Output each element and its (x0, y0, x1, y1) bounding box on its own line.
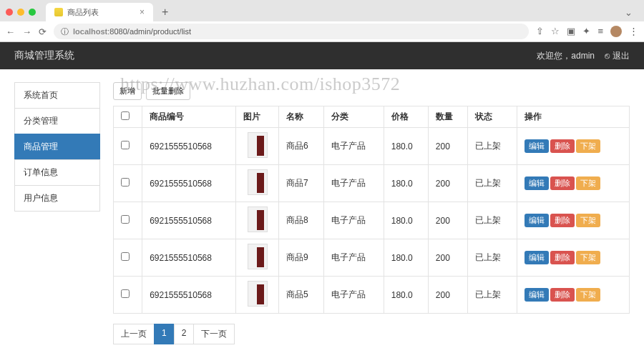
cell: 电子产品 (323, 277, 384, 314)
edit-button[interactable]: 编辑 (525, 251, 549, 264)
menu-icon[interactable]: ⋮ (629, 26, 638, 37)
row-checkbox[interactable] (121, 141, 130, 149)
col-header-8: 操作 (517, 106, 629, 128)
cell: 商品8 (278, 202, 323, 239)
product-table: 商品编号图片名称分类价格数量状态操作 6921555510568商品6电子产品1… (113, 106, 630, 314)
sidebar-item-4[interactable]: 用户信息 (14, 185, 100, 212)
cell: 6921555510568 (142, 239, 236, 277)
logout-button[interactable]: ⎋ 退出 (605, 50, 630, 62)
product-thumbnail (248, 281, 268, 307)
off_shelf-button[interactable]: 下架 (576, 288, 600, 302)
minimize-window-icon[interactable] (17, 9, 24, 16)
new-tab-button[interactable]: + (157, 6, 172, 19)
browser-chrome: 商品列表 × + ⌄ ← → ⟳ ⓘ localhost:8080/admin/… (0, 0, 644, 42)
edit-button[interactable]: 编辑 (525, 139, 549, 153)
cell: 编辑删除下架 (517, 202, 629, 239)
row-checkbox[interactable] (121, 215, 130, 224)
product-thumbnail (248, 244, 268, 269)
cell (114, 277, 142, 314)
forward-icon[interactable]: → (22, 26, 31, 37)
cell: 电子产品 (323, 239, 384, 277)
page-1-button[interactable]: 1 (154, 324, 175, 344)
cell: 已上架 (467, 128, 517, 165)
cell (236, 202, 279, 239)
cell: 6921555510568 (142, 128, 236, 165)
tab-close-icon[interactable]: × (140, 7, 145, 17)
add-button[interactable]: 新增 (113, 82, 142, 100)
profile-avatar[interactable] (610, 26, 622, 37)
reload-icon[interactable]: ⟳ (39, 26, 47, 37)
cell: 200 (428, 202, 467, 239)
cell (114, 128, 142, 165)
edit-button[interactable]: 编辑 (525, 214, 549, 227)
table-row: 6921555510568商品9电子产品180.0200已上架编辑删除下架 (114, 239, 630, 277)
welcome-text: 欢迎您，admin (537, 50, 595, 62)
close-window-icon[interactable] (6, 9, 13, 16)
off_shelf-button[interactable]: 下架 (576, 214, 600, 227)
cell: 已上架 (467, 165, 517, 202)
url-input[interactable]: ⓘ localhost:8080/admin/product/list (54, 24, 529, 39)
share-icon[interactable]: ⇧ (536, 26, 544, 37)
off_shelf-button[interactable]: 下架 (576, 139, 600, 153)
off_shelf-button[interactable]: 下架 (576, 176, 600, 190)
cell: 200 (428, 165, 467, 202)
cell: 已上架 (467, 239, 517, 277)
edit-button[interactable]: 编辑 (525, 288, 549, 302)
cell (236, 239, 279, 277)
next-page-button[interactable]: 下一页 (193, 324, 235, 344)
off_shelf-button[interactable]: 下架 (576, 251, 600, 264)
product-thumbnail (248, 207, 268, 232)
select-all-checkbox[interactable] (121, 111, 130, 120)
cell: 商品5 (278, 277, 323, 314)
cell: 商品9 (278, 239, 323, 277)
table-row: 6921555510568商品8电子产品180.0200已上架编辑删除下架 (114, 202, 630, 239)
page-2-button[interactable]: 2 (174, 324, 195, 344)
row-checkbox[interactable] (121, 289, 130, 298)
cell: 电子产品 (323, 165, 384, 202)
cell (236, 277, 279, 314)
back-icon[interactable]: ← (6, 26, 15, 37)
cell: 200 (428, 128, 467, 165)
box-icon[interactable]: ▣ (567, 26, 575, 37)
list-icon[interactable]: ≡ (597, 26, 603, 37)
chevron-down-icon[interactable]: ⌄ (625, 7, 638, 18)
cell: 电子产品 (323, 128, 384, 165)
row-checkbox[interactable] (121, 252, 130, 261)
cell: 商品6 (278, 128, 323, 165)
row-checkbox[interactable] (121, 178, 130, 187)
sidebar-item-1[interactable]: 分类管理 (14, 108, 100, 134)
window-controls (6, 9, 36, 16)
delete-button[interactable]: 删除 (550, 251, 575, 264)
extensions-icon[interactable]: ✦ (582, 26, 590, 37)
cell: 编辑删除下架 (517, 128, 629, 165)
maximize-window-icon[interactable] (29, 9, 36, 16)
col-header-2: 图片 (236, 106, 279, 128)
cell (114, 165, 142, 202)
cell: 180.0 (384, 202, 428, 239)
cell: 编辑删除下架 (517, 277, 629, 314)
star-icon[interactable]: ☆ (551, 26, 560, 37)
col-header-0 (114, 106, 142, 128)
prev-page-button[interactable]: 上一页 (113, 324, 155, 344)
sidebar-item-0[interactable]: 系统首页 (14, 82, 100, 108)
delete-button[interactable]: 删除 (550, 176, 575, 190)
col-header-1: 商品编号 (142, 106, 236, 128)
app-header: 商城管理系统 欢迎您，admin ⎋ 退出 (0, 42, 644, 69)
cell (236, 165, 279, 202)
cell: 编辑删除下架 (517, 165, 629, 202)
browser-tab[interactable]: 商品列表 × (46, 3, 153, 21)
cell: 200 (428, 277, 467, 314)
col-header-4: 分类 (323, 106, 384, 128)
delete-button[interactable]: 删除 (550, 288, 575, 302)
edit-button[interactable]: 编辑 (525, 176, 549, 190)
cell: 180.0 (384, 165, 428, 202)
sidebar-item-3[interactable]: 订单信息 (14, 159, 100, 185)
bulk-delete-button[interactable]: 批量删除 (146, 82, 190, 100)
sidebar-item-2[interactable]: 商品管理 (14, 134, 100, 159)
delete-button[interactable]: 删除 (550, 214, 575, 227)
cell (236, 128, 279, 165)
delete-button[interactable]: 删除 (550, 139, 575, 153)
cell: 电子产品 (323, 202, 384, 239)
cell (114, 202, 142, 239)
table-row: 6921555510568商品5电子产品180.0200已上架编辑删除下架 (114, 277, 630, 314)
